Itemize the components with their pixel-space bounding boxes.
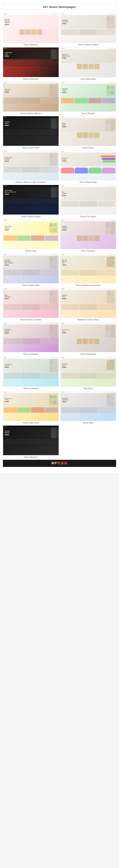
- demo-thumb-bag[interactable]: TrendingBags: [61, 356, 116, 386]
- demo-mock-instagram: All NaturalBeauty: [3, 322, 58, 352]
- demo-mock-bag: TrendingBags: [61, 357, 116, 386]
- demo-item-furniture[interactable]: ModernFurniture Home Furniture: [61, 219, 116, 252]
- demo-mock-shoes: Season's BestSneakers: [61, 151, 116, 180]
- demo-label-bag: Bag Shop: [84, 388, 93, 390]
- demo-label-valentine: Home Valentine: [24, 44, 38, 46]
- demo-mock-slide: ExclusiveCollection: [61, 391, 116, 421]
- demo-item-newborn[interactable]: NewbornShop Newborn Fashion Shop: [61, 288, 116, 321]
- demo-mock-watches: PremiumWatches: [3, 426, 58, 455]
- demo-thumb-fashion-accessories[interactable]: Sale Off Sale Off60%: [61, 253, 116, 283]
- demo-item-slide[interactable]: ExclusiveCollection Home Slide: [61, 391, 116, 424]
- demo-thumb-minimalist[interactable]: Enjoy TheWinter Trend: [61, 47, 116, 77]
- demo-item-fashion-men-women[interactable]: Double stylefor men Fashion Shop For Men…: [3, 150, 59, 183]
- demo-mock-minimalist: Enjoy TheWinter Trend: [61, 48, 116, 77]
- demo-label-fashion-brand: Home Fashion Brand: [21, 216, 41, 218]
- demo-item-fashion-woman[interactable]: Color and LifeCollection Home Fashion Wo…: [3, 82, 59, 115]
- demo-thumb-cake[interactable]: Original Sweets& Cakes: [3, 391, 59, 421]
- demo-item-christmas[interactable]: CHRISTMASSALE Home Christmas: [3, 47, 59, 80]
- demo-thumb-decor[interactable]: HomeDecor: [61, 116, 116, 146]
- demo-item-fashion-accessories[interactable]: Sale Off Sale Off60% Home Fashion Access…: [61, 253, 116, 286]
- demo-item-bag[interactable]: TrendingBags Bag Shop: [61, 356, 116, 390]
- demo-thumb-fashion-children[interactable]: KidsCollection: [3, 288, 59, 318]
- demo-thumb-newborn[interactable]: NewbornShop: [61, 288, 116, 318]
- demo-label-liquor: Home Liquor Store: [22, 147, 40, 149]
- demo-mock-furniture: ModernFurniture: [61, 219, 116, 249]
- demo-thumb-slide[interactable]: ExclusiveCollection: [61, 391, 116, 421]
- demo-label-christmas: Home Christmas: [23, 78, 39, 80]
- demo-thumb-christmas[interactable]: CHRISTMASSALE: [3, 47, 59, 77]
- demo-mock-cake: Original Sweets& Cakes: [3, 391, 58, 421]
- demo-item-liquor[interactable]: PremiumLiquor Home Liquor Store: [3, 116, 59, 149]
- demo-thumb-food[interactable]: Fresh FoodDelivery: [3, 219, 59, 249]
- demo-thumb-handmade[interactable]: Best HandmadeGoods: [61, 322, 116, 352]
- demo-label-instagram: Home Instagram: [23, 353, 38, 355]
- demo-mock-organic: ORGANICFresh: [61, 82, 116, 112]
- demo-mock-fashion-men: BIG SALE BIG SALEMen's Fashion: [3, 254, 58, 283]
- demo-label-furniture: Home Furniture: [81, 250, 95, 252]
- demo-item-fashion-men[interactable]: BIG SALE BIG SALEMen's Fashion Home Fash…: [3, 253, 59, 286]
- demo-label-minimalist: Home Minimalist: [81, 78, 96, 80]
- demo-thumb-liquor[interactable]: PremiumLiquor: [3, 116, 59, 146]
- demo-item-minimalist[interactable]: Enjoy TheWinter Trend Home Minimalist: [61, 47, 116, 80]
- demo-item-instagram[interactable]: All NaturalBeauty Home Instagram: [3, 322, 59, 355]
- demo-item-cake[interactable]: Original Sweets& Cakes Home Cake Shop: [3, 391, 59, 424]
- demo-thumb-organic[interactable]: ORGANICFresh: [61, 82, 116, 112]
- demo-thumb-fashion-default[interactable]: The WhiteCollection: [61, 13, 116, 43]
- demo-item-food[interactable]: Fresh FoodDelivery Home Food: [3, 219, 59, 252]
- demo-thumb-fashion-men[interactable]: BIG SALE BIG SALEMen's Fashion: [3, 253, 59, 283]
- demo-item-watches[interactable]: PremiumWatches Home Watches: [3, 425, 59, 458]
- demo-item-fashion-children[interactable]: KidsCollection Home Fashion Children: [3, 288, 59, 321]
- demo-thumb-fashion-brand[interactable]: Black FridaySave up to 70% off: [3, 185, 59, 215]
- demo-mock-fashion-brand: Black FridaySave up to 70% off: [3, 185, 58, 215]
- demo-item-handmade[interactable]: Best HandmadeGoods Home Handmade: [61, 322, 116, 355]
- demo-mock-fashion-accessories: Sale Off Sale Off60%: [61, 254, 116, 283]
- demo-item-full-option[interactable]: NewArrivals Home Full Option: [61, 185, 116, 218]
- demo-label-handmade: Home Handmade: [80, 353, 96, 355]
- demo-item-fashion-brand[interactable]: Black FridaySave up to 70% off Home Fash…: [3, 185, 59, 218]
- demo-mock-newborn: NewbornShop: [61, 288, 116, 318]
- page-title: 25+ Demo Homepages: [3, 4, 116, 10]
- demo-mock-christmas: CHRISTMASSALE: [3, 48, 58, 77]
- demo-mock-decor: HomeDecor: [61, 116, 116, 146]
- demo-label-lookbook: Home Lookbook: [23, 388, 38, 390]
- demo-thumb-watches[interactable]: PremiumWatches: [3, 425, 59, 455]
- demo-mock-fashion-woman: Color and LifeCollection: [3, 82, 58, 112]
- demo-label-organic: Home Organic: [82, 113, 95, 115]
- demo-thumb-lookbook[interactable]: The dog farmersLookbook: [3, 356, 59, 386]
- demo-label-shoes: Home Shoes Shop: [80, 181, 97, 183]
- demo-label-fashion-default: Home Fashion Default: [78, 44, 98, 46]
- demo-item-organic[interactable]: ORGANICFresh Home Organic: [61, 82, 116, 115]
- demo-label-cake: Home Cake Shop: [23, 422, 39, 424]
- demo-item-shoes[interactable]: Season's BestSneakers Home Shoes Shop: [61, 150, 116, 183]
- demo-label-fashion-accessories: Home Fashion Accessories: [76, 284, 101, 286]
- demo-thumb-instagram[interactable]: All NaturalBeauty: [3, 322, 59, 352]
- demo-label-fashion-men-women: Fashion Shop For Men & Women: [16, 181, 46, 183]
- demo-item-decor[interactable]: HomeDecor Home Decor: [61, 116, 116, 149]
- demo-mock-fashion-men-women: Double stylefor men: [3, 151, 58, 180]
- page-wrapper: 25+ Demo Homepages 50% OFF 50% OFFValent…: [0, 0, 119, 473]
- demo-thumb-furniture[interactable]: ModernFurniture: [61, 219, 116, 249]
- demo-label-full-option: Home Full Option: [80, 216, 96, 218]
- demos-grid: 50% OFF 50% OFFValentine Home Valentine …: [3, 13, 116, 458]
- demo-item-lookbook[interactable]: The dog farmersLookbook Home Lookbook: [3, 356, 59, 390]
- demo-label-decor: Home Decor: [82, 147, 94, 149]
- demo-thumb-shoes[interactable]: Season's BestSneakers: [61, 150, 116, 180]
- demo-label-fashion-children: Home Fashion Children: [20, 319, 42, 321]
- watermark: WP资源海: [3, 460, 116, 467]
- demo-thumb-fashion-men-women[interactable]: Double stylefor men: [3, 150, 59, 180]
- demo-thumb-fashion-woman[interactable]: Color and LifeCollection: [3, 82, 59, 112]
- demo-mock-full-option: NewArrivals: [61, 185, 116, 215]
- demo-thumb-valentine[interactable]: 50% OFF 50% OFFValentine: [3, 13, 59, 43]
- demo-mock-valentine: 50% OFF 50% OFFValentine: [3, 13, 58, 43]
- demo-item-valentine[interactable]: 50% OFF 50% OFFValentine Home Valentine: [3, 13, 59, 46]
- demo-item-fashion-default[interactable]: The WhiteCollection Home Fashion Default: [61, 13, 116, 46]
- demo-mock-fashion-children: KidsCollection: [3, 288, 58, 318]
- demo-mock-fashion-default: The WhiteCollection: [61, 13, 116, 43]
- demo-label-watches: Home Watches: [24, 456, 38, 458]
- demo-label-slide: Home Slide: [83, 422, 93, 424]
- demo-label-newborn: Newborn Fashion Shop: [77, 319, 99, 321]
- demo-thumb-full-option[interactable]: NewArrivals: [61, 185, 116, 215]
- demo-mock-food: Fresh FoodDelivery: [3, 219, 58, 249]
- demo-label-fashion-woman: Home Fashion Woman: [21, 113, 41, 115]
- demo-label-food: Home Food: [26, 250, 36, 252]
